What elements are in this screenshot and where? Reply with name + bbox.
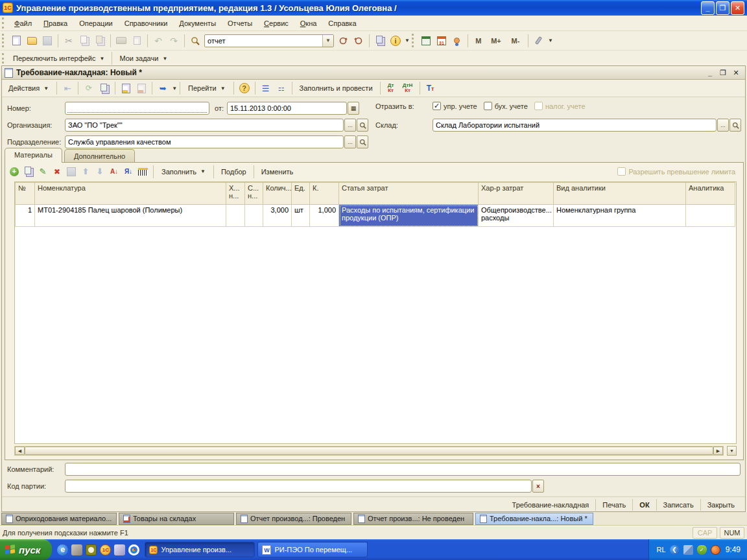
window-tab-goods[interactable]: Товары на складах xyxy=(119,513,234,525)
dtkt-icon[interactable]: ДтКт xyxy=(384,81,398,95)
toolbar-grip[interactable] xyxy=(2,53,6,64)
col-number[interactable]: № xyxy=(16,183,35,205)
change-button[interactable]: Изменить xyxy=(257,166,298,178)
copy-row-icon[interactable] xyxy=(22,165,35,178)
window-tab-report-unposted[interactable]: Отчет произв...: Не проведен xyxy=(353,513,473,525)
1c-shortcut-icon[interactable]: 1С xyxy=(100,544,111,555)
tray-app-icon[interactable] xyxy=(711,545,720,555)
menu-edit[interactable]: Правка xyxy=(38,18,73,29)
col-coefficient[interactable]: К. xyxy=(310,183,339,205)
edit-row-icon[interactable]: ✎ xyxy=(36,165,49,178)
organization-input[interactable]: ЗАО "ПО "Трек"" xyxy=(65,119,344,132)
paste-icon[interactable] xyxy=(93,34,107,48)
open-icon[interactable] xyxy=(25,34,39,48)
network-icon[interactable] xyxy=(683,545,693,555)
cell-analytics[interactable] xyxy=(686,205,735,227)
end-edit-icon[interactable] xyxy=(65,165,78,178)
col-series[interactable]: С... н... xyxy=(245,183,263,205)
cut-icon[interactable]: ✂ xyxy=(62,34,76,48)
user-permissions-icon[interactable] xyxy=(450,34,464,48)
language-indicator[interactable]: RL xyxy=(657,546,666,554)
menu-file[interactable]: Файл xyxy=(8,18,38,29)
info-icon[interactable]: i xyxy=(388,34,403,48)
menu-references[interactable]: Справочники xyxy=(119,18,174,29)
save-icon[interactable] xyxy=(40,34,54,48)
settings-wrench-icon[interactable] xyxy=(532,34,546,48)
date-picker-icon[interactable]: ▦ xyxy=(348,102,359,115)
accounting-checkbox[interactable] xyxy=(484,102,492,110)
cell-number[interactable]: 1 xyxy=(16,205,35,227)
task-wordpad-document[interactable]: W РИ-ПЭО По перемещ... xyxy=(257,542,368,557)
fill-and-post-button[interactable]: Заполнить и провести xyxy=(295,82,377,94)
calculator-icon[interactable] xyxy=(419,34,433,48)
search-combobox[interactable]: отчет ▼ xyxy=(204,34,334,47)
find-next-icon[interactable] xyxy=(336,34,350,48)
start-button[interactable]: пуск xyxy=(0,539,52,560)
scroll-left-icon[interactable]: ◀ xyxy=(15,447,25,455)
internet-explorer-icon[interactable]: e xyxy=(57,544,68,555)
post-document-icon[interactable] xyxy=(119,81,133,95)
barcode-icon[interactable] xyxy=(136,165,149,178)
horizontal-scrollbar[interactable]: ◀ ▶ xyxy=(14,446,724,456)
copy-add-icon[interactable] xyxy=(97,81,112,95)
window-tab-receipts[interactable]: Оприходования материало... xyxy=(1,513,117,525)
menu-windows[interactable]: Окна xyxy=(294,18,323,29)
toolbar-grip[interactable] xyxy=(2,18,6,28)
settings-dropdown-icon[interactable]: ▼ xyxy=(548,38,553,43)
col-analytics-type[interactable]: Вид аналитики xyxy=(554,183,686,205)
sort-desc-icon[interactable]: Я↓ xyxy=(122,165,135,178)
department-open-icon[interactable] xyxy=(357,135,368,148)
organization-ellipsis-button[interactable]: ... xyxy=(344,119,356,132)
warehouse-ellipsis-button[interactable]: ... xyxy=(717,119,729,132)
copy-icon[interactable] xyxy=(77,34,91,48)
search-input[interactable]: отчет xyxy=(205,37,322,45)
scrollbar-thumb[interactable] xyxy=(25,447,713,455)
goto-button[interactable]: Перейти▼ xyxy=(183,82,231,94)
department-input[interactable]: Служба управления качеством xyxy=(65,135,344,148)
memory-subtract-button[interactable]: M- xyxy=(506,34,525,48)
col-analytics[interactable]: Аналитика xyxy=(686,183,735,205)
info-dropdown-icon[interactable]: ▼ xyxy=(405,38,410,43)
toolbar-grip[interactable] xyxy=(412,34,416,47)
window-tab-report-posted[interactable]: Отчет производ...: Проведен xyxy=(236,513,351,525)
switch-interface-button[interactable]: Переключить интерфейс▼ xyxy=(8,52,109,64)
output-icon[interactable]: ➥ xyxy=(156,81,170,95)
management-accounting-checkbox[interactable]: ✓ xyxy=(433,102,441,110)
col-cost-item[interactable]: Статья затрат xyxy=(339,183,479,205)
mail-app-icon[interactable] xyxy=(71,544,82,555)
toolbar-grip[interactable] xyxy=(2,34,6,47)
chrome-icon[interactable] xyxy=(128,544,139,555)
search-icon[interactable] xyxy=(188,34,202,48)
antivirus-shield-icon[interactable]: ✓ xyxy=(697,545,707,555)
move-down-icon[interactable]: ⬇ xyxy=(93,165,106,178)
date-input[interactable]: 15.11.2013 0:00:00 xyxy=(227,102,347,115)
scroll-right-icon[interactable]: ▶ xyxy=(713,447,723,455)
tab-additional[interactable]: Дополнительно xyxy=(64,149,135,163)
warehouse-input[interactable]: Склад Лаборатории испытаний xyxy=(433,119,717,132)
batch-clear-icon[interactable]: × xyxy=(532,480,544,493)
save-button[interactable]: Записать xyxy=(657,499,701,511)
task-1c-enterprise[interactable]: 1С Управление произв... xyxy=(145,542,255,557)
cell-series[interactable] xyxy=(245,205,263,227)
organization-open-icon[interactable] xyxy=(357,119,368,132)
menu-operations[interactable]: Операции xyxy=(73,18,118,29)
undo-icon[interactable]: ↶ xyxy=(151,34,165,48)
actions-button[interactable]: Действия▼ xyxy=(3,82,54,94)
windows-list-icon[interactable] xyxy=(373,34,387,48)
cell-nomenclature[interactable]: МТ01-2904185 Палец шаровой (Полимеры) xyxy=(35,205,226,227)
redo-icon[interactable]: ↷ xyxy=(167,34,181,48)
help-icon[interactable]: ? xyxy=(237,81,252,95)
menu-service[interactable]: Сервис xyxy=(258,18,294,29)
add-row-icon[interactable]: + xyxy=(8,165,21,178)
my-tasks-button[interactable]: Мои задачи▼ xyxy=(115,52,172,64)
col-unit[interactable]: Ед. xyxy=(292,183,310,205)
col-nomenclature[interactable]: Номенклатура xyxy=(35,183,226,205)
search-dropdown-icon[interactable]: ▼ xyxy=(322,35,333,47)
doc-close-button[interactable]: ✕ xyxy=(729,67,742,78)
col-quantity[interactable]: Колич... xyxy=(263,183,292,205)
unpost-document-icon[interactable] xyxy=(134,81,148,95)
fill-button[interactable]: Заполнить▼ xyxy=(156,166,211,178)
move-up-icon[interactable]: ⬆ xyxy=(79,165,92,178)
batch-code-input[interactable] xyxy=(65,480,532,493)
col-cost-nature[interactable]: Хар-р затрат xyxy=(479,183,554,205)
